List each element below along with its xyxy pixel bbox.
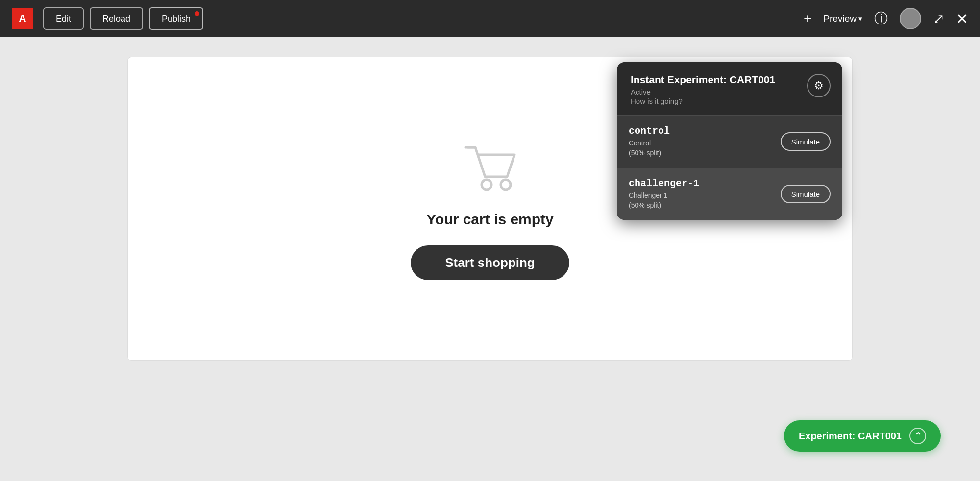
variant-desc-challenger: Challenger 1 (50% split) <box>629 191 699 210</box>
popup-subtitle: How is it going? <box>631 97 775 105</box>
popup-title: Instant Experiment: CART001 <box>631 74 775 86</box>
variant-name-challenger: challenger-1 <box>629 178 699 189</box>
variant-row-control: control Control (50% split) Simulate <box>617 115 842 168</box>
start-shopping-button[interactable]: Start shopping <box>411 245 569 280</box>
variant-row-challenger: challenger-1 Challenger 1 (50% split) Si… <box>617 168 842 220</box>
edit-button[interactable]: Edit <box>43 7 84 30</box>
reload-button[interactable]: Reload <box>90 7 143 30</box>
toolbar-right: + Preview ▾ ⓘ ⤢ ✕ <box>804 8 968 29</box>
experiment-badge-label: Experiment: CART001 <box>799 431 902 442</box>
cart-empty-title: Your cart is empty <box>426 211 554 228</box>
main-area: Your cart is empty Start shopping Instan… <box>0 37 980 481</box>
simulate-button-control[interactable]: Simulate <box>781 132 831 151</box>
gear-button[interactable]: ⚙ <box>807 74 831 97</box>
cart-panel: Your cart is empty Start shopping Instan… <box>127 57 853 361</box>
avatar[interactable] <box>900 8 921 29</box>
cart-icon <box>458 138 522 196</box>
share-button[interactable]: ⤢ <box>933 11 944 27</box>
app-logo[interactable]: A <box>12 8 33 29</box>
experiment-badge[interactable]: Experiment: CART001 ⌃ <box>784 420 941 452</box>
publish-dot <box>195 11 199 16</box>
svg-point-2 <box>501 180 511 190</box>
preview-chevron-icon: ▾ <box>858 14 862 23</box>
toolbar: A Edit Reload Publish + Preview ▾ ⓘ ⤢ ✕ <box>0 0 980 37</box>
experiment-popup: Instant Experiment: CART001 Active How i… <box>617 62 842 220</box>
badge-chevron-icon: ⌃ <box>909 428 926 444</box>
variant-desc-control: Control (50% split) <box>629 139 670 158</box>
preview-button[interactable]: Preview ▾ <box>823 13 862 24</box>
add-button[interactable]: + <box>804 11 811 26</box>
popup-header: Instant Experiment: CART001 Active How i… <box>617 62 842 115</box>
popup-variants: control Control (50% split) Simulate cha… <box>617 115 842 220</box>
publish-button[interactable]: Publish <box>149 7 203 30</box>
variant-name-control: control <box>629 125 670 137</box>
close-button[interactable]: ✕ <box>956 10 968 27</box>
simulate-button-challenger[interactable]: Simulate <box>781 185 831 203</box>
svg-point-1 <box>482 180 491 190</box>
popup-status: Active <box>631 88 775 96</box>
info-button[interactable]: ⓘ <box>874 9 888 28</box>
